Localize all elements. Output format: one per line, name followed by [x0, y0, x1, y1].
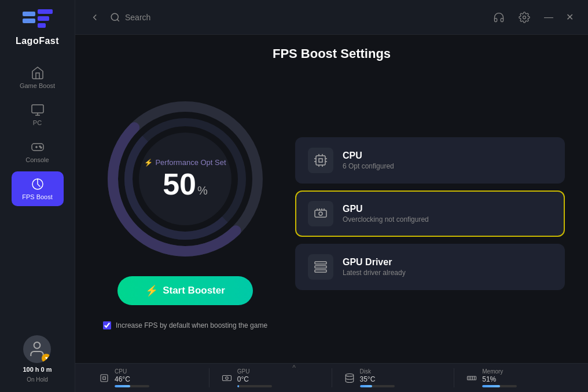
svg-rect-45 [101, 375, 108, 382]
cpu-icon [314, 153, 328, 167]
sidebar-label-game-boost: Game Boost [20, 82, 55, 89]
search-bar[interactable]: Search [110, 12, 484, 23]
svg-rect-3 [38, 16, 49, 21]
status-gpu-fill [237, 385, 239, 387]
gpu-driver-card-subtitle: Latest driver already [343, 269, 406, 277]
nav-items: Game Boost PC Console [0, 60, 75, 206]
sidebar: LagoFast Game Boost PC [0, 0, 75, 392]
search-placeholder: Search [125, 13, 150, 22]
gpu-icon [314, 207, 328, 221]
expand-button[interactable]: ^ [292, 364, 296, 372]
monitor-icon [31, 103, 45, 117]
status-gpu-icon [221, 372, 233, 384]
cpu-card-title: CPU [343, 151, 394, 161]
status-disk-value: 35°C [360, 375, 395, 383]
gauge-label: ⚡ Performance Opt Set [144, 158, 226, 167]
status-cpu-icon [98, 372, 110, 384]
gauge-section: ⚡ Performance Opt Set 50 % ⚡ Start B [98, 98, 272, 329]
status-gpu-bar [237, 385, 272, 387]
user-section: ♥ 100 h 0 m On Hold [23, 335, 52, 383]
user-time: 100 h 0 m [23, 365, 52, 374]
gpu-driver-card[interactable]: GPU Driver Latest driver already [295, 244, 565, 290]
status-gpu-label: GPU [237, 368, 272, 375]
sidebar-label-console: Console [25, 156, 49, 163]
status-cpu-bar [115, 385, 149, 387]
gamepad-icon [31, 140, 45, 154]
status-cpu-value: 46°C [115, 375, 149, 383]
gpu-card-title: GPU [343, 204, 429, 214]
close-button[interactable]: ✕ [563, 10, 576, 24]
svg-rect-46 [103, 376, 106, 379]
gpu-card-icon [308, 201, 333, 226]
gauge-unit: % [197, 184, 208, 197]
svg-rect-50 [468, 376, 476, 380]
logo-icon [23, 9, 53, 34]
logo-area: LagoFast [16, 9, 59, 46]
sidebar-item-game-boost[interactable]: Game Boost [12, 60, 64, 95]
fps-icon [31, 177, 45, 191]
app-name: LagoFast [16, 36, 59, 46]
svg-rect-41 [315, 270, 326, 272]
sidebar-item-pc[interactable]: PC [12, 97, 64, 132]
cpu-card-info: CPU 6 Opt configured [343, 151, 394, 170]
svg-rect-40 [315, 266, 326, 268]
time-hours: 100 h 0 m [23, 366, 52, 373]
header: Search — ✕ [75, 0, 588, 35]
status-gpu-value: 0°C [237, 375, 272, 383]
page-title: FPS Boost Settings [98, 46, 565, 61]
status-memory-fill [482, 385, 500, 387]
window-controls: — ✕ [542, 10, 576, 24]
settings-icon[interactable] [516, 9, 532, 25]
status-disk-bar [360, 385, 395, 387]
support-icon[interactable] [491, 9, 507, 25]
cpu-card-icon [308, 148, 333, 173]
status-item-disk: Disk 35°C [332, 368, 455, 387]
gpu-driver-card-title: GPU Driver [343, 257, 406, 268]
status-disk-info: Disk 35°C [360, 368, 395, 387]
status-disk-label: Disk [360, 368, 395, 375]
sidebar-item-fps-boost[interactable]: FPS Boost [12, 171, 64, 206]
gauge-container: ⚡ Performance Opt Set 50 % [104, 98, 266, 260]
gpu-driver-card-icon [308, 254, 333, 280]
sidebar-label-pc: PC [33, 119, 42, 126]
status-gpu-info: GPU 0°C [237, 368, 272, 387]
avatar: ♥ [23, 335, 51, 363]
status-disk-fill [360, 385, 372, 387]
status-memory-label: Memory [482, 368, 517, 375]
start-booster-button[interactable]: ⚡ Start Booster [117, 276, 253, 305]
minimize-button[interactable]: — [542, 10, 556, 24]
cpu-card[interactable]: CPU 6 Opt configured [295, 137, 565, 184]
right-panel: CPU 6 Opt configured [295, 137, 565, 290]
svg-rect-24 [319, 159, 322, 162]
sidebar-item-console[interactable]: Console [12, 134, 64, 169]
page-body: FPS Boost Settings [75, 35, 588, 363]
status-item-cpu: CPU 46°C [87, 368, 210, 387]
content-row: ⚡ Performance Opt Set 50 % ⚡ Start B [98, 75, 565, 351]
status-memory-bar [482, 385, 517, 387]
gpu-card-subtitle: Overclocking not configured [343, 215, 429, 224]
svg-rect-2 [38, 9, 53, 14]
svg-rect-0 [23, 12, 35, 16]
svg-rect-33 [315, 210, 326, 217]
gauge-value: 50 [163, 169, 196, 199]
svg-rect-5 [32, 105, 43, 113]
svg-line-16 [117, 19, 119, 21]
svg-point-14 [34, 342, 41, 349]
fps-default-checkbox[interactable] [103, 321, 111, 329]
status-bar: ^ CPU 46°C [75, 363, 588, 392]
status-item-memory: Memory 51% [454, 368, 576, 387]
checkbox-row: Increase FPS by default when boosting th… [103, 321, 267, 329]
gpu-card[interactable]: GPU Overclocking not configured [295, 190, 565, 237]
back-button[interactable] [87, 9, 103, 25]
home-icon [31, 66, 45, 80]
gpu-driver-card-info: GPU Driver Latest driver already [343, 257, 406, 277]
svg-point-48 [226, 376, 229, 379]
avatar-badge: ♥ [42, 354, 51, 363]
status-memory-value: 51% [482, 375, 517, 383]
cpu-card-subtitle: 6 Opt configured [343, 162, 394, 170]
status-disk-icon [344, 372, 355, 384]
svg-rect-39 [315, 262, 326, 264]
status-memory-info: Memory 51% [482, 368, 517, 387]
app-layout: LagoFast Game Boost PC [0, 0, 588, 392]
search-icon [110, 12, 120, 23]
